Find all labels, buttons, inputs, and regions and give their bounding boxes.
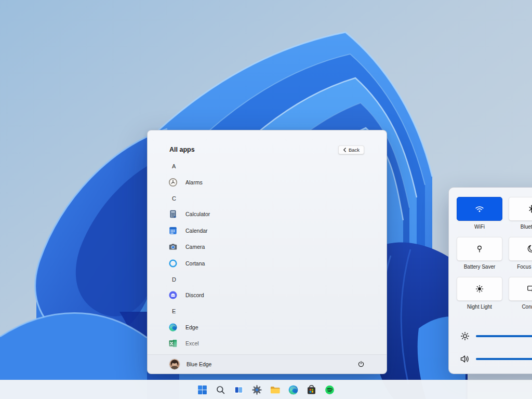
wifi-icon bbox=[474, 204, 485, 214]
start-button[interactable] bbox=[193, 382, 211, 397]
settings-button[interactable] bbox=[248, 382, 266, 397]
night-light-icon bbox=[474, 284, 485, 294]
battery-saver-icon bbox=[474, 244, 485, 254]
app-label: Calculator bbox=[185, 211, 210, 217]
bluetooth-icon bbox=[526, 204, 532, 214]
cortana-icon bbox=[168, 259, 178, 268]
desktop: All apps Back AAlarmsCCalculatorCalendar… bbox=[0, 0, 532, 399]
brightness-slider-row bbox=[459, 330, 532, 342]
brightness-icon bbox=[459, 330, 471, 342]
app-item-discord[interactable]: Discord bbox=[168, 287, 378, 304]
volume-icon bbox=[459, 353, 471, 365]
battery-saver-label: Battery Saver bbox=[457, 264, 502, 270]
brightness-slider[interactable] bbox=[476, 335, 532, 337]
brightness-slider-fill bbox=[476, 335, 532, 337]
back-button-label: Back bbox=[349, 147, 360, 153]
wifi-tile[interactable] bbox=[457, 197, 502, 221]
app-item-camera[interactable]: Camera bbox=[168, 239, 378, 256]
file-explorer-button[interactable] bbox=[266, 382, 284, 397]
store-icon bbox=[306, 384, 317, 395]
discord-icon bbox=[168, 290, 178, 300]
volume-slider-fill bbox=[476, 358, 532, 360]
app-label: Discord bbox=[185, 292, 204, 298]
spotify-icon bbox=[324, 384, 335, 395]
all-apps-title: All apps bbox=[169, 146, 195, 153]
calendar-icon bbox=[168, 226, 178, 235]
taskbar-icons bbox=[193, 382, 339, 397]
battery-saver-cell: Battery Saver bbox=[457, 237, 502, 270]
night-light-cell: Night Light bbox=[457, 277, 502, 310]
night-light-tile[interactable] bbox=[457, 277, 502, 301]
app-item-excel[interactable]: Excel bbox=[168, 336, 378, 352]
start-icon bbox=[197, 384, 208, 395]
bluetooth-cell: Bluetooth bbox=[509, 197, 532, 230]
volume-slider[interactable] bbox=[476, 358, 532, 360]
night-light-label: Night Light bbox=[457, 304, 502, 310]
task-view-button[interactable] bbox=[230, 382, 248, 397]
user-avatar[interactable] bbox=[169, 359, 180, 369]
store-button[interactable] bbox=[302, 382, 321, 397]
start-menu-footer: Blue Edge bbox=[148, 354, 387, 374]
app-item-cortana[interactable]: Cortana bbox=[168, 255, 378, 272]
all-apps-list: AAlarmsCCalculatorCalendarCameraCortanaD… bbox=[168, 158, 378, 352]
focus-assist-cell: Focus assist bbox=[509, 237, 532, 270]
alarms-icon bbox=[168, 178, 178, 187]
settings-icon bbox=[251, 384, 262, 395]
battery-saver-tile[interactable] bbox=[457, 237, 502, 261]
edge-icon bbox=[288, 384, 299, 395]
app-item-edge[interactable]: Edge bbox=[168, 319, 378, 336]
app-label: Edge bbox=[185, 324, 198, 330]
quick-settings-grid: WiFiBluetoothBattery SaverFocus assistNi… bbox=[457, 197, 532, 310]
start-menu-panel: All apps Back AAlarmsCCalculatorCalendar… bbox=[147, 130, 387, 374]
section-letter-c[interactable]: C bbox=[168, 191, 378, 206]
app-label: Camera bbox=[185, 244, 205, 250]
power-icon bbox=[357, 361, 365, 368]
section-letter-d[interactable]: D bbox=[168, 272, 378, 287]
search-button[interactable] bbox=[211, 382, 230, 397]
bluetooth-tile[interactable] bbox=[509, 197, 532, 221]
user-name: Blue Edge bbox=[187, 361, 211, 367]
excel-icon bbox=[168, 339, 178, 348]
app-label: Alarms bbox=[185, 179, 203, 185]
bluetooth-label: Bluetooth bbox=[509, 224, 532, 230]
file-explorer-icon bbox=[270, 384, 281, 395]
quick-settings-sliders bbox=[459, 330, 532, 376]
chevron-left-icon bbox=[343, 148, 347, 152]
spotify-button[interactable] bbox=[321, 382, 339, 397]
wifi-cell: WiFi bbox=[457, 197, 502, 230]
focus-assist-icon bbox=[526, 244, 532, 254]
calculator-icon bbox=[168, 209, 178, 219]
taskbar bbox=[0, 380, 532, 399]
edge-icon bbox=[168, 323, 178, 332]
camera-icon bbox=[168, 242, 178, 251]
app-item-alarms[interactable]: Alarms bbox=[168, 174, 378, 191]
app-label: Cortana bbox=[185, 260, 205, 267]
volume-slider-row bbox=[459, 353, 532, 365]
connect-icon bbox=[526, 284, 532, 294]
section-letter-a[interactable]: A bbox=[168, 158, 378, 174]
focus-assist-label: Focus assist bbox=[509, 264, 532, 270]
app-item-calendar[interactable]: Calendar bbox=[168, 222, 378, 239]
task-view-icon bbox=[233, 384, 244, 395]
app-label: Calendar bbox=[185, 228, 208, 234]
app-label: Excel bbox=[185, 340, 199, 347]
quick-settings-panel: WiFiBluetoothBattery SaverFocus assistNi… bbox=[448, 187, 532, 374]
back-button[interactable]: Back bbox=[338, 145, 364, 154]
connect-tile[interactable] bbox=[509, 277, 532, 301]
app-item-calculator[interactable]: Calculator bbox=[168, 206, 378, 223]
wifi-label: WiFi bbox=[457, 224, 502, 230]
search-icon bbox=[215, 384, 226, 395]
connect-cell: Connect bbox=[509, 277, 532, 310]
section-letter-e[interactable]: E bbox=[168, 303, 378, 319]
focus-assist-tile[interactable] bbox=[509, 237, 532, 261]
connect-label: Connect bbox=[509, 304, 532, 310]
edge-button[interactable] bbox=[284, 382, 302, 397]
power-button[interactable] bbox=[354, 357, 368, 371]
